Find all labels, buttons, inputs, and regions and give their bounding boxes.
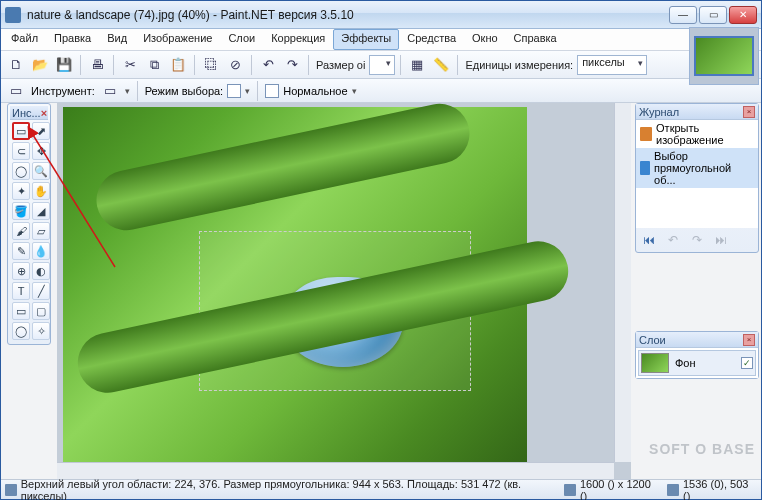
cursor-icon bbox=[667, 484, 679, 496]
maximize-button[interactable]: ▭ bbox=[699, 6, 727, 24]
menu-window[interactable]: Окно bbox=[464, 29, 506, 50]
selection-mode-check[interactable] bbox=[227, 84, 241, 98]
layers-panel[interactable]: Слои × Фон ✓ bbox=[635, 331, 759, 379]
tool-ellipse-select[interactable]: ◯ bbox=[12, 162, 30, 180]
layer-row[interactable]: Фон ✓ bbox=[638, 350, 756, 376]
menu-effects[interactable]: Эффекты bbox=[333, 29, 399, 50]
copy-button[interactable]: ⧉ bbox=[143, 54, 165, 76]
app-icon bbox=[5, 7, 21, 23]
size-combo[interactable] bbox=[369, 55, 395, 75]
tool-recolor[interactable]: ◐ bbox=[32, 262, 50, 280]
save-button[interactable]: 💾 bbox=[53, 54, 75, 76]
instrument-label: Инструмент: bbox=[31, 85, 95, 97]
deselect-button[interactable]: ⊘ bbox=[224, 54, 246, 76]
tool-picker[interactable]: 💧 bbox=[32, 242, 50, 260]
status-selection-text: Верхний левый угол области: 224, 376. Ра… bbox=[21, 478, 558, 501]
layer-name: Фон bbox=[675, 357, 696, 369]
menu-view[interactable]: Вид bbox=[99, 29, 135, 50]
canvas-scrollbar-vertical[interactable] bbox=[614, 103, 631, 462]
minimize-button[interactable]: — bbox=[669, 6, 697, 24]
menu-help[interactable]: Справка bbox=[506, 29, 565, 50]
new-file-button[interactable]: 🗋 bbox=[5, 54, 27, 76]
rulers-button[interactable]: 📏 bbox=[430, 54, 452, 76]
tool-dropdown-icon[interactable]: ▾ bbox=[125, 86, 130, 96]
menu-correction[interactable]: Коррекция bbox=[263, 29, 333, 50]
tool-rect[interactable]: ▭ bbox=[12, 302, 30, 320]
units-combo[interactable]: пикселы bbox=[577, 55, 647, 75]
menu-layers[interactable]: Слои bbox=[220, 29, 263, 50]
app-window: nature & landscape (74).jpg (40%) - Pain… bbox=[0, 0, 762, 500]
tool-gradient[interactable]: ◢ bbox=[32, 202, 50, 220]
undo-button[interactable]: ↶ bbox=[257, 54, 279, 76]
open-file-button[interactable]: 📂 bbox=[29, 54, 51, 76]
history-item[interactable]: Выбор прямоугольной об... bbox=[636, 148, 758, 188]
menu-edit[interactable]: Правка bbox=[46, 29, 99, 50]
rect-select-icon bbox=[640, 161, 650, 175]
layers-close-button[interactable]: × bbox=[743, 334, 755, 346]
normal-check[interactable] bbox=[265, 84, 279, 98]
titlebar[interactable]: nature & landscape (74).jpg (40%) - Pain… bbox=[1, 1, 761, 29]
tool-zoom[interactable]: 🔍 bbox=[32, 162, 50, 180]
mode-label: Режим выбора: bbox=[145, 85, 223, 97]
normal-label: Нормальное bbox=[283, 85, 347, 97]
toolbox-title-text: Инс... bbox=[12, 107, 41, 119]
crop-button[interactable]: ⿻ bbox=[200, 54, 222, 76]
history-item[interactable]: Открыть изображение bbox=[636, 120, 758, 148]
window-title: nature & landscape (74).jpg (40%) - Pain… bbox=[27, 8, 669, 22]
tool-text[interactable]: T bbox=[12, 282, 30, 300]
tool-pencil[interactable]: ✎ bbox=[12, 242, 30, 260]
size-label: Размер оі bbox=[316, 59, 365, 71]
toolbox-close-button[interactable]: × bbox=[41, 107, 47, 119]
history-forward-button[interactable]: ⏭ bbox=[712, 232, 730, 248]
tool-freeform[interactable]: ✧ bbox=[32, 322, 50, 340]
document-thumbnail[interactable] bbox=[689, 27, 759, 85]
grid-button[interactable]: ▦ bbox=[406, 54, 428, 76]
tool-line[interactable]: ╱ bbox=[32, 282, 50, 300]
canvas-scrollbar-horizontal[interactable] bbox=[57, 462, 614, 479]
toolbox-panel[interactable]: Инс... × ▭ ⬈ ⊂ ✥ ◯ 🔍 ✦ ✋ 🪣 ◢ 🖌 ▱ ✎ 💧 ⊕ ◐ bbox=[7, 103, 51, 345]
tool-clone[interactable]: ⊕ bbox=[12, 262, 30, 280]
tool-brush[interactable]: 🖌 bbox=[12, 222, 30, 240]
tool-move[interactable]: ✥ bbox=[32, 142, 50, 160]
selection-rect[interactable] bbox=[199, 231, 471, 391]
dims-icon bbox=[564, 484, 576, 496]
history-redo-button[interactable]: ↷ bbox=[688, 232, 706, 248]
mode-dropdown-icon[interactable]: ▾ bbox=[245, 86, 250, 96]
menu-tools[interactable]: Средства bbox=[399, 29, 464, 50]
cut-button[interactable]: ✂ bbox=[119, 54, 141, 76]
tool-rect-select[interactable]: ▭ bbox=[12, 122, 30, 140]
layer-visible-checkbox[interactable]: ✓ bbox=[741, 357, 753, 369]
close-button[interactable]: ✕ bbox=[729, 6, 757, 24]
history-list[interactable]: Открыть изображение Выбор прямоугольной … bbox=[636, 120, 758, 228]
normal-dropdown-icon[interactable]: ▾ bbox=[352, 86, 357, 96]
history-item-label: Выбор прямоугольной об... bbox=[654, 150, 754, 186]
watermark: SOFT O BASE bbox=[649, 441, 755, 457]
history-panel[interactable]: Журнал × Открыть изображение Выбор прямо… bbox=[635, 103, 759, 253]
tool-ellipse[interactable]: ◯ bbox=[12, 322, 30, 340]
history-item-label: Открыть изображение bbox=[656, 122, 754, 146]
statusbar: Верхний левый угол области: 224, 376. Ра… bbox=[1, 479, 761, 499]
canvas-image[interactable] bbox=[63, 107, 527, 479]
main-toolbar: 🗋 📂 💾 🖶 ✂ ⧉ 📋 ⿻ ⊘ ↶ ↷ Размер оі ▦ 📏 Един… bbox=[1, 51, 761, 79]
menu-image[interactable]: Изображение bbox=[135, 29, 220, 50]
redo-button[interactable]: ↷ bbox=[281, 54, 303, 76]
tool-pan[interactable]: ✋ bbox=[32, 182, 50, 200]
toolbox-title: Инс... × bbox=[10, 106, 48, 120]
history-close-button[interactable]: × bbox=[743, 106, 755, 118]
canvas-area[interactable] bbox=[57, 103, 631, 479]
tool-lasso[interactable]: ⊂ bbox=[12, 142, 30, 160]
tool-magic-wand[interactable]: ✦ bbox=[12, 182, 30, 200]
menu-file[interactable]: Файл bbox=[3, 29, 46, 50]
paste-button[interactable]: 📋 bbox=[167, 54, 189, 76]
tool-rounded-rect[interactable]: ▢ bbox=[32, 302, 50, 320]
menubar: Файл Правка Вид Изображение Слои Коррекц… bbox=[1, 29, 761, 51]
current-tool-icon[interactable]: ▭ bbox=[99, 80, 121, 102]
status-cursor: 1536 (0), 503 () bbox=[683, 478, 757, 501]
history-undo-button[interactable]: ↶ bbox=[664, 232, 682, 248]
tool-fill[interactable]: 🪣 bbox=[12, 202, 30, 220]
tool-eraser[interactable]: ▱ bbox=[32, 222, 50, 240]
print-button[interactable]: 🖶 bbox=[86, 54, 108, 76]
history-rewind-button[interactable]: ⏮ bbox=[640, 232, 658, 248]
tool-move-selection[interactable]: ⬈ bbox=[32, 122, 50, 140]
history-title: Журнал bbox=[639, 106, 679, 118]
